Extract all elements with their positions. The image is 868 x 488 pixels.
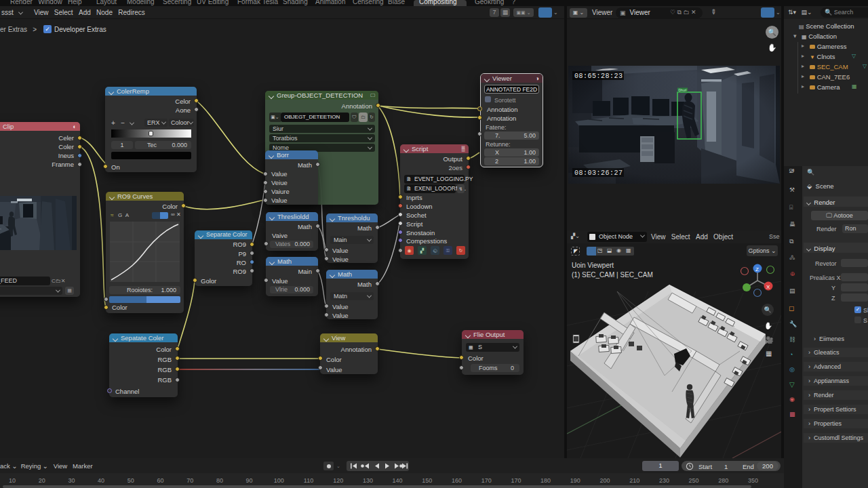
svg-text:08:03:26:27: 08:03:26:27 [574,169,623,177]
svg-text:08:65:28:23: 08:65:28:23 [574,73,623,80]
svg-text:Z: Z [755,266,759,272]
svg-text:X: X [766,284,770,290]
